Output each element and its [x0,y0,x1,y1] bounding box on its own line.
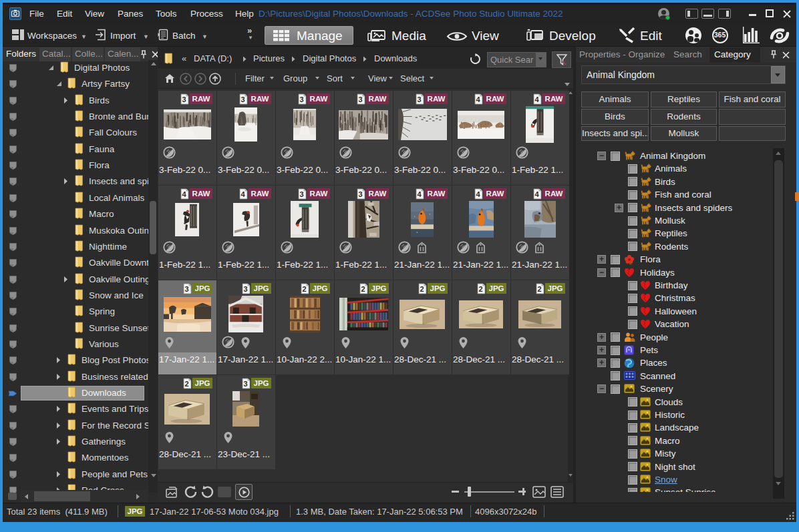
svg-text:3: 3 [185,285,189,293]
svg-text:2: 2 [479,285,483,293]
svg-text:3: 3 [182,95,186,103]
svg-text:4: 4 [476,190,481,198]
svg-text:3: 3 [300,190,304,198]
svg-text:3: 3 [241,95,245,103]
svg-text:2: 2 [303,285,307,293]
svg-text:2: 2 [185,380,189,388]
svg-text:3: 3 [359,95,363,103]
svg-text:3: 3 [300,95,304,103]
svg-text:4: 4 [535,190,540,198]
svg-text:2: 2 [538,285,542,293]
svg-text:3: 3 [244,380,248,388]
svg-text:3: 3 [244,285,248,293]
svg-text:3: 3 [418,95,422,103]
svg-text:2: 2 [420,285,424,293]
svg-text:4: 4 [182,190,187,198]
svg-text:4: 4 [476,95,481,103]
svg-text:2: 2 [361,285,365,293]
svg-text:4: 4 [535,95,540,103]
svg-text:4: 4 [418,190,422,198]
svg-text:3: 3 [359,190,363,198]
svg-text:4: 4 [241,190,246,198]
